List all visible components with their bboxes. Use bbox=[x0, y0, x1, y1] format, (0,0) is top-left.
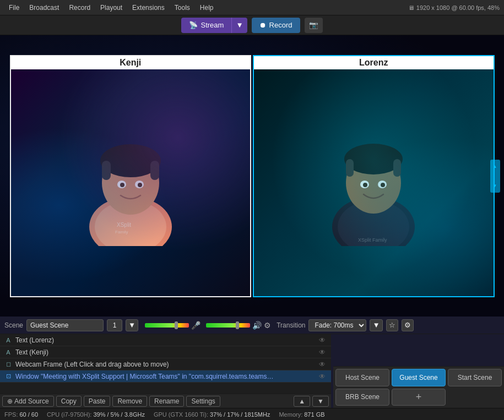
screenshot-button[interactable]: 📷 bbox=[305, 18, 323, 33]
kenji-avatar: XSplit Family bbox=[70, 119, 191, 246]
svg-rect-6 bbox=[102, 161, 111, 180]
source-visible-2[interactable]: 👁 bbox=[318, 360, 327, 369]
menu-help[interactable]: Help bbox=[196, 2, 218, 13]
resolution-info: 🖥 1920 x 1080 @ 60.00 fps, 48% bbox=[408, 4, 500, 11]
menu-file[interactable]: File bbox=[4, 2, 24, 13]
audio-bar-2 bbox=[206, 323, 250, 328]
copy-source-button[interactable]: Copy bbox=[56, 396, 82, 407]
transition-settings-btn[interactable]: ⚙ bbox=[402, 319, 414, 331]
source-name-3: Window "Meeting with XSplit Support | Mi… bbox=[15, 373, 315, 380]
chevron-down-icon: ▼ bbox=[236, 21, 243, 29]
menu-broadcast[interactable]: Broadcast bbox=[25, 2, 63, 13]
add-source-button[interactable]: ⊕ Add Source bbox=[2, 396, 54, 407]
rename-source-button[interactable]: Rename bbox=[149, 396, 184, 407]
lower-section: Scene ▼ 🎤 🔊 ⚙ Transition Fade: 700ms ▼ ☆… bbox=[0, 317, 504, 408]
panel-resize-handle[interactable]: ▲ ▼ bbox=[490, 160, 500, 193]
source-item-3[interactable]: ⊡ Window "Meeting with XSplit Support | … bbox=[0, 370, 331, 383]
transition-star-btn[interactable]: ☆ bbox=[386, 319, 398, 331]
source-item-1[interactable]: A Text (Kenji) 👁 bbox=[0, 346, 331, 358]
status-fps: FPS: 60 / 60 bbox=[4, 411, 38, 418]
source-visible-1[interactable]: 👁 bbox=[318, 348, 327, 357]
source-move-down-button[interactable]: ▼ bbox=[312, 396, 329, 407]
preview-area: Kenji bbox=[0, 35, 504, 317]
guest-label-kenji: Kenji bbox=[11, 56, 251, 69]
paste-source-button[interactable]: Paste bbox=[84, 396, 111, 407]
record-button[interactable]: ⏺ Record bbox=[252, 18, 300, 33]
transition-label: Transition bbox=[277, 321, 305, 329]
svg-point-22 bbox=[378, 181, 387, 188]
scene-number-dropdown[interactable]: ▼ bbox=[126, 319, 138, 331]
transition-select[interactable]: Fade: 700ms bbox=[308, 319, 366, 331]
preview-content: Kenji bbox=[10, 55, 495, 297]
svg-point-11 bbox=[138, 183, 142, 187]
add-icon: ⊕ bbox=[7, 397, 13, 405]
svg-rect-16 bbox=[366, 192, 381, 209]
scene-button-brb[interactable]: BRB Scene bbox=[335, 389, 389, 406]
sources-list: A Text (Lorenz) 👁 A Text (Kenji) 👁 ◻ Web… bbox=[0, 334, 331, 394]
transition-dropdown-btn[interactable]: ▼ bbox=[370, 319, 382, 331]
guest-panel-kenji: Kenji bbox=[10, 55, 252, 297]
audio-bar-1 bbox=[145, 323, 189, 328]
svg-text:XSplit Family: XSplit Family bbox=[358, 237, 387, 243]
source-visible-3[interactable]: 👁 bbox=[318, 372, 327, 381]
source-icon-window: ⊡ bbox=[4, 373, 12, 380]
sources-area: A Text (Lorenz) 👁 A Text (Kenji) 👁 ◻ Web… bbox=[0, 334, 504, 408]
stream-dropdown-button[interactable]: ▼ bbox=[231, 18, 247, 33]
svg-point-17 bbox=[346, 152, 401, 214]
audio-settings-icon[interactable]: ⚙ bbox=[264, 321, 271, 330]
svg-point-15 bbox=[338, 200, 409, 246]
kenji-background: XSplit Family bbox=[11, 69, 251, 296]
speaker-icon[interactable]: 🔊 bbox=[252, 321, 262, 330]
scene-button-host[interactable]: Host Scene bbox=[335, 369, 389, 386]
source-move-up-button[interactable]: ▲ bbox=[294, 396, 310, 407]
guest-video-kenji: XSplit Family bbox=[11, 69, 251, 296]
lorenz-avatar: XSplit Family bbox=[313, 119, 434, 246]
scene-name-input[interactable] bbox=[26, 319, 104, 331]
svg-point-10 bbox=[120, 183, 124, 187]
stream-icon: 📡 bbox=[189, 21, 198, 29]
source-icon-text-1: A bbox=[4, 348, 12, 356]
mic-icon[interactable]: 🎤 bbox=[191, 321, 200, 330]
audio-bar-group-2: 🔊 ⚙ bbox=[206, 321, 271, 330]
svg-text:XSplit: XSplit bbox=[117, 222, 131, 228]
scene-button-guest[interactable]: Guest Scene bbox=[392, 369, 446, 386]
scene-button-add[interactable]: + bbox=[392, 389, 446, 406]
status-bar: FPS: 60 / 60 CPU (i7-9750H): 39% / 5% / … bbox=[0, 408, 504, 420]
sources-left: A Text (Lorenz) 👁 A Text (Kenji) 👁 ◻ Web… bbox=[0, 334, 331, 408]
status-gpu: GPU (GTX 1660 Ti): 37% / 17% / 1815MHz bbox=[154, 411, 270, 418]
menu-playout[interactable]: Playout bbox=[96, 2, 127, 13]
svg-point-21 bbox=[360, 181, 369, 188]
scene-buttons-panel: Host Scene Guest Scene Start Scene BRB S… bbox=[333, 366, 504, 408]
screenshot-icon: 📷 bbox=[309, 21, 318, 29]
source-visible-0[interactable]: 👁 bbox=[318, 336, 327, 345]
remove-source-button[interactable]: Remove bbox=[112, 396, 147, 407]
source-icon-text: A bbox=[4, 336, 12, 344]
svg-point-9 bbox=[135, 181, 144, 188]
scene-number-input[interactable] bbox=[107, 319, 122, 331]
menu-extensions[interactable]: Extensions bbox=[128, 2, 169, 13]
status-cpu: CPU (i7-9750H): 39% / 5% / 3.8GHz bbox=[47, 411, 145, 418]
source-name-1: Text (Kenji) bbox=[15, 348, 315, 356]
scene-button-start[interactable]: Start Scene bbox=[448, 369, 502, 386]
source-icon-webcam: ◻ bbox=[4, 361, 12, 368]
svg-point-5 bbox=[100, 144, 161, 177]
source-name-2: Webcam Frame (Left Click and drag above … bbox=[15, 361, 315, 368]
source-item-2[interactable]: ◻ Webcam Frame (Left Click and drag abov… bbox=[0, 358, 331, 370]
stream-button[interactable]: 📡 Stream bbox=[181, 18, 231, 33]
svg-rect-7 bbox=[150, 161, 159, 180]
menu-tools[interactable]: Tools bbox=[170, 2, 194, 13]
svg-rect-3 bbox=[122, 191, 139, 210]
svg-point-24 bbox=[381, 183, 385, 187]
svg-point-4 bbox=[102, 151, 159, 215]
audio-bar-thumb-1[interactable] bbox=[175, 321, 178, 329]
svg-rect-20 bbox=[393, 159, 401, 177]
menu-record[interactable]: Record bbox=[64, 2, 95, 13]
audio-bar-thumb-2[interactable] bbox=[236, 321, 239, 329]
status-memory: Memory: 871 GB bbox=[279, 411, 324, 418]
source-name-0: Text (Lorenz) bbox=[15, 336, 315, 344]
scene-label: Scene bbox=[4, 321, 23, 329]
svg-rect-0 bbox=[70, 119, 191, 246]
source-item-0[interactable]: A Text (Lorenz) 👁 bbox=[0, 334, 331, 346]
guest-video-lorenz: XSplit Family bbox=[254, 69, 494, 296]
settings-source-button[interactable]: Settings bbox=[186, 396, 220, 407]
